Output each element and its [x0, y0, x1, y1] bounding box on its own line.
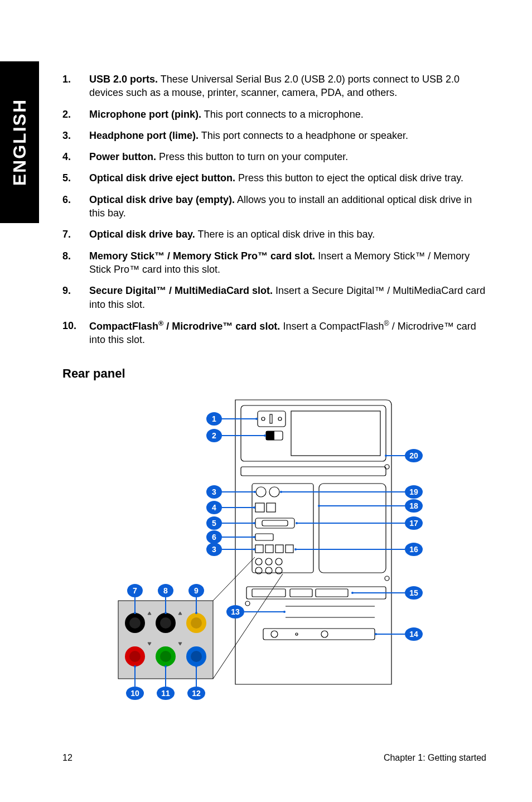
svg-rect-0 [241, 405, 386, 461]
list-item: 10. CompactFlash® / Microdrive™ card slo… [62, 319, 486, 347]
list-item: 4. Power button. Press this button to tu… [62, 150, 486, 163]
svg-point-123 [318, 505, 320, 507]
svg-point-40 [385, 576, 389, 581]
svg-point-53 [191, 651, 202, 662]
svg-rect-12 [255, 503, 264, 512]
list-item: 2. Microphone port (pink). This port con… [62, 108, 486, 121]
svg-text:20: 20 [409, 451, 418, 460]
svg-line-54 [213, 557, 255, 601]
svg-point-99 [134, 665, 136, 668]
svg-rect-3 [270, 414, 272, 423]
svg-point-4 [278, 417, 282, 421]
svg-rect-29 [252, 589, 286, 597]
svg-text:16: 16 [409, 545, 418, 554]
svg-point-127 [296, 522, 298, 524]
item-body: Optical disk drive eject button. Press t… [89, 171, 486, 185]
item-number: 10. [62, 319, 89, 347]
callout-1: 1 [206, 412, 258, 426]
main-content: 1. USB 2.0 ports. These Universal Serial… [62, 73, 486, 707]
svg-text:15: 15 [409, 588, 418, 597]
svg-point-67 [254, 491, 256, 493]
svg-text:4: 4 [212, 503, 216, 512]
svg-point-107 [195, 665, 197, 668]
svg-point-75 [253, 522, 255, 524]
svg-rect-7 [291, 411, 380, 456]
callout-18: 18 [318, 499, 423, 513]
svg-point-23 [275, 558, 282, 565]
callout-6: 6 [206, 530, 255, 544]
svg-point-47 [191, 617, 202, 629]
svg-point-10 [256, 487, 266, 497]
svg-point-115 [385, 455, 387, 457]
callout-5: 5 [206, 516, 255, 530]
svg-point-43 [129, 617, 141, 629]
svg-rect-31 [316, 589, 348, 597]
svg-point-91 [165, 612, 167, 614]
list-item: 3. Headphone port (lime). This port conn… [62, 129, 486, 142]
svg-point-59 [255, 418, 258, 420]
list-item: 6. Optical disk drive bay (empty). Allow… [62, 193, 486, 220]
svg-text:17: 17 [409, 519, 418, 528]
svg-text:5: 5 [212, 519, 216, 528]
svg-point-83 [253, 548, 255, 550]
item-number: 9. [62, 284, 89, 311]
item-body: Microphone port (pink). This port connec… [89, 108, 486, 121]
feature-list: 1. USB 2.0 ports. These Universal Serial… [62, 73, 486, 346]
item-number: 5. [62, 171, 89, 185]
diagram-svg: 1 2 3 [62, 394, 486, 707]
svg-rect-27 [319, 484, 386, 573]
svg-point-51 [160, 651, 171, 662]
svg-point-37 [321, 631, 328, 637]
list-item: 1. USB 2.0 ports. These Universal Serial… [62, 73, 486, 100]
svg-rect-20 [286, 545, 293, 553]
svg-rect-17 [255, 545, 263, 553]
item-body: Optical disk drive bay (empty). Allows y… [89, 193, 486, 220]
svg-rect-19 [275, 545, 283, 553]
svg-point-131 [294, 548, 297, 550]
callout-17: 17 [296, 516, 423, 530]
svg-point-45 [160, 617, 171, 629]
item-body: Power button. Press this button to turn … [89, 150, 486, 163]
svg-text:2: 2 [212, 431, 216, 440]
callout-3a: 3 [206, 485, 256, 499]
svg-point-103 [165, 665, 167, 668]
item-number: 8. [62, 249, 89, 277]
svg-text:10: 10 [130, 689, 139, 698]
page-number: 12 [62, 753, 72, 763]
svg-text:13: 13 [231, 607, 240, 616]
svg-text:8: 8 [163, 586, 168, 595]
chapter-label: Chapter 1: Getting started [384, 753, 486, 763]
item-number: 4. [62, 150, 89, 163]
page-footer: 12 Chapter 1: Getting started [62, 753, 486, 763]
item-number: 2. [62, 108, 89, 121]
section-title: Rear panel [62, 366, 486, 381]
svg-point-22 [265, 558, 272, 565]
svg-text:3: 3 [212, 487, 216, 496]
svg-point-71 [253, 506, 255, 509]
callout-4: 4 [206, 501, 255, 514]
item-body: Optical disk drive bay. There is an opti… [89, 228, 486, 241]
svg-point-139 [375, 633, 377, 635]
svg-point-49 [129, 651, 141, 662]
svg-rect-6 [266, 431, 274, 440]
svg-text:9: 9 [194, 586, 199, 595]
svg-text:19: 19 [409, 487, 418, 496]
svg-rect-15 [262, 520, 288, 526]
svg-point-87 [134, 612, 136, 614]
svg-rect-8 [241, 467, 386, 476]
svg-text:11: 11 [161, 689, 170, 698]
item-body: CompactFlash® / Microdrive™ card slot. I… [89, 319, 486, 347]
svg-point-135 [351, 592, 354, 594]
item-number: 6. [62, 193, 89, 220]
svg-rect-13 [267, 503, 275, 512]
svg-text:7: 7 [133, 586, 137, 595]
svg-point-63 [264, 434, 266, 437]
svg-point-21 [255, 558, 262, 565]
callout-3b: 3 [206, 543, 255, 556]
callout-15: 15 [351, 586, 423, 600]
svg-point-35 [271, 631, 278, 637]
language-tab: ENGLISH [0, 61, 39, 223]
language-tab-text: ENGLISH [9, 99, 30, 186]
list-item: 7. Optical disk drive bay. There is an o… [62, 228, 486, 241]
item-number: 1. [62, 73, 89, 100]
